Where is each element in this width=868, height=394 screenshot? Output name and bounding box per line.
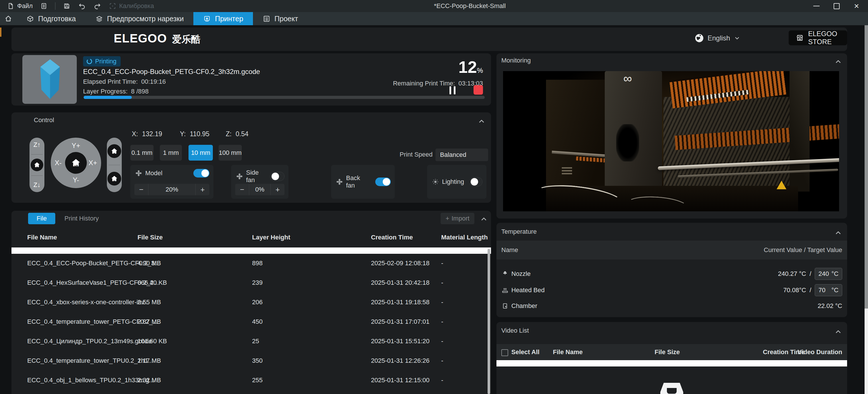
file-row[interactable]: ECC_0.4_temperature_tower_PETG-CF0.2_...… — [11, 312, 491, 332]
jog-y-minus-button[interactable]: Y- — [73, 176, 79, 184]
tab-print-history[interactable]: Print History — [64, 213, 99, 224]
layers-icon — [95, 15, 103, 23]
heated-bed-row: Heated Bed 70.08°C / 70 °C — [496, 282, 847, 298]
z-up-button[interactable]: Z↑ — [30, 141, 44, 148]
tab-printer[interactable]: Принтер — [193, 12, 253, 25]
file-row[interactable]: ECC_0.4_temperature_tower_TPU0.2_1h1...2… — [11, 351, 491, 370]
save-button[interactable] — [63, 2, 70, 10]
menu-file[interactable]: Файл — [7, 2, 33, 10]
home-x-button[interactable]: x — [107, 144, 121, 158]
layer-count: 898 — [252, 253, 263, 273]
file-size: 2.32 MB — [137, 370, 161, 390]
redo-button[interactable] — [93, 2, 101, 10]
nozzle-row: Nozzle 240.27 °C / 240 °C — [496, 266, 847, 282]
side-fan-label: Side fan — [246, 169, 265, 184]
xy-home-pill: x y — [107, 138, 122, 192]
jog-y-plus-button[interactable]: Y+ — [72, 142, 80, 150]
chamber-icon — [501, 302, 509, 310]
side-fan-toggle[interactable] — [271, 172, 284, 181]
home-button[interactable] — [0, 12, 17, 25]
file-size: 101.60 KB — [137, 332, 167, 351]
step-100mm-button[interactable]: 100 mm — [219, 145, 242, 161]
remaining-label: Remaining Print Time: — [393, 80, 455, 87]
jog-x-plus-button[interactable]: X+ — [89, 159, 97, 167]
maximize-button[interactable] — [830, 0, 843, 12]
home-z-letter: z — [36, 165, 38, 169]
control-collapse-button[interactable] — [477, 117, 486, 125]
lighting-label: Lighting — [442, 178, 464, 186]
col-video-file-name: File Name — [553, 344, 583, 360]
import-button[interactable]: + Import — [441, 213, 474, 224]
file-row[interactable]: ECC_0.4_xbox-series-x-one-controller-inv… — [11, 292, 491, 312]
file-row[interactable]: ECC_0.4_HexSurfaceVase1_PETG-CF0.2_2...6… — [11, 273, 491, 292]
file-list-scrollbar[interactable] — [488, 249, 490, 394]
step-10mm-button[interactable]: 10 mm — [188, 145, 213, 161]
z-value: 0.54 — [236, 130, 248, 138]
bed-target-input[interactable]: 70 °C — [815, 284, 842, 296]
divider — [108, 165, 120, 165]
side-fan-minus-button[interactable]: − — [235, 185, 249, 194]
undo-button[interactable] — [78, 2, 86, 10]
model-fan-minus-button[interactable]: − — [134, 185, 148, 194]
language-selector[interactable]: English — [694, 33, 741, 43]
file-row[interactable]: ECC_0.4_obj_1_bellows_TPU0.2_1h33m.g...2… — [11, 370, 491, 390]
layer-label: Layer Progress: — [83, 88, 127, 95]
step-1mm-button[interactable]: 1 mm — [160, 145, 182, 161]
stop-button[interactable] — [473, 85, 483, 95]
model-fan-toggle[interactable] — [193, 169, 209, 177]
z-down-button[interactable]: Z↓ — [30, 181, 44, 189]
material-length: - — [441, 292, 443, 312]
tab-slice-preview[interactable]: Предпросмотр нарезки — [86, 12, 194, 25]
file-row[interactable]: ECC_0.4_ECC-Poop-Bucket_PETG-CF0.2_3...4… — [11, 253, 491, 273]
value-column: Current Value / Target Value — [764, 241, 842, 259]
y-value: 110.95 — [190, 130, 209, 138]
video-list-card: Video List Select All File Name File Siz… — [496, 322, 847, 394]
home-y-button[interactable]: y — [107, 172, 121, 186]
tab-project[interactable]: Проект — [253, 12, 308, 25]
toggle-knob — [383, 178, 390, 186]
chamber-current: 22.02 °C — [817, 302, 842, 310]
pause-button[interactable] — [447, 85, 458, 95]
monitoring-card: Monitoring ∞ — [496, 53, 847, 219]
elapsed-label: Elapsed Print Time: — [83, 78, 138, 85]
col-creation-time: Creation Time — [371, 234, 413, 241]
file-collapse-button[interactable] — [479, 215, 488, 223]
close-button[interactable]: × — [850, 0, 863, 12]
elapsed-time-line: Elapsed Print Time: 00:19:16 — [83, 78, 166, 85]
model-fan-plus-button[interactable]: + — [196, 185, 209, 194]
elegoo-store-button[interactable]: ELEGOO STORE — [789, 30, 847, 45]
tab-prepare[interactable]: Подготовка — [17, 12, 86, 25]
home-all-button[interactable]: all — [65, 152, 87, 174]
jog-x-minus-button[interactable]: X- — [55, 159, 62, 167]
calibration-button[interactable]: Калибровка — [109, 2, 154, 10]
temperature-collapse-button[interactable] — [834, 229, 842, 237]
select-all-checkbox[interactable] — [501, 349, 508, 356]
window-title: *ECC-Poop-Bucket-Small — [434, 0, 506, 12]
print-percent-value: 12 — [458, 58, 477, 76]
maximize-icon — [834, 3, 840, 9]
file-name: ECC_0.4_obj_1_bellows_TPU0.2_1h33m.g... — [27, 370, 154, 390]
status-badge: Printing — [83, 56, 121, 66]
camera-shape — [616, 124, 639, 162]
step-0-1mm-button[interactable]: 0.1 mm — [130, 145, 154, 161]
back-fan-card: Back fan — [331, 165, 395, 199]
nozzle-target-input[interactable]: 240 °C — [815, 268, 842, 280]
file-row[interactable]: ECC_0.4_Цилиндр_TPU0.2_13m49s.gcode101.6… — [11, 332, 491, 351]
lighting-toggle[interactable] — [470, 177, 483, 187]
undo-icon — [78, 2, 86, 10]
home-z-button[interactable]: z — [31, 159, 43, 171]
page-scrollbar-thumb[interactable] — [865, 25, 868, 309]
back-fan-toggle[interactable] — [375, 177, 391, 186]
minimize-button[interactable] — [810, 0, 823, 12]
chevron-down-icon — [734, 35, 741, 41]
video-collapse-button[interactable] — [834, 328, 842, 336]
print-speed-select[interactable]: Balanced — [435, 148, 488, 161]
side-fan-plus-button[interactable]: + — [271, 185, 284, 194]
tab-file[interactable]: File — [28, 213, 55, 224]
layer-value: 8 /898 — [131, 88, 149, 95]
monitoring-collapse-button[interactable] — [834, 57, 842, 66]
toggle-knob — [202, 169, 209, 177]
chevron-up-icon — [479, 215, 488, 223]
recent-files-button[interactable] — [40, 2, 48, 10]
page-scrollbar[interactable] — [865, 25, 868, 394]
